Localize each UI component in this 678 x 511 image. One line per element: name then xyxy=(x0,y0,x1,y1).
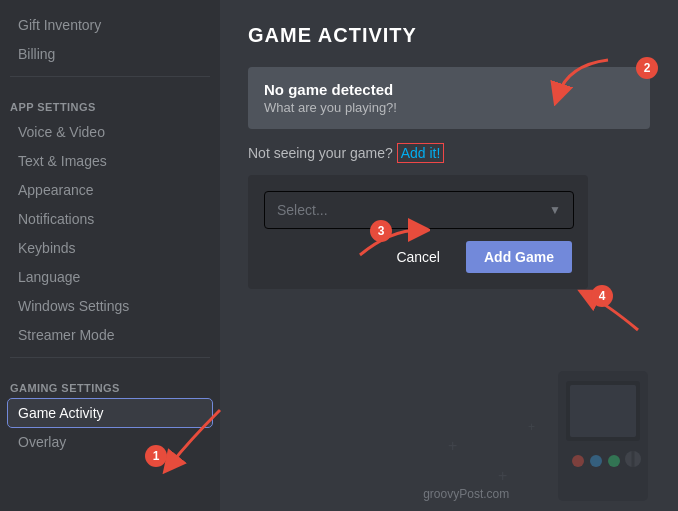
sidebar-item-text-images[interactable]: Text & Images xyxy=(8,147,212,175)
badge-4: 4 xyxy=(591,285,613,307)
svg-point-5 xyxy=(608,455,620,467)
sidebar-item-keybinds[interactable]: Keybinds xyxy=(8,234,212,262)
sidebar-item-label: Text & Images xyxy=(18,153,107,169)
sidebar-item-label: Notifications xyxy=(18,211,94,227)
sidebar-item-appearance[interactable]: Appearance xyxy=(8,176,212,204)
sidebar-item-label: Appearance xyxy=(18,182,94,198)
no-game-sub: What are you playing?! xyxy=(264,100,634,115)
select-placeholder: Select... xyxy=(277,202,328,218)
gaming-settings-label: GAMING SETTINGS xyxy=(0,366,220,398)
badge-3: 3 xyxy=(370,220,392,242)
add-it-link[interactable]: Add it! xyxy=(397,143,445,163)
badge-2: 2 xyxy=(636,57,658,79)
dialog-area: Select... ▼ Cancel Add Game xyxy=(248,175,588,289)
sidebar-item-language[interactable]: Language xyxy=(8,263,212,291)
sidebar: Gift Inventory Billing APP SETTINGS Voic… xyxy=(0,0,220,511)
main-content: GAME ACTIVITY No game detected What are … xyxy=(220,0,678,511)
game-select[interactable]: Select... ▼ xyxy=(264,191,574,229)
cancel-button[interactable]: Cancel xyxy=(380,241,456,273)
select-container: Select... ▼ xyxy=(264,191,574,229)
sidebar-item-game-activity[interactable]: Game Activity xyxy=(8,399,212,427)
sidebar-item-label: Keybinds xyxy=(18,240,76,256)
sidebar-item-label: Voice & Video xyxy=(18,124,105,140)
sidebar-item-voice-video[interactable]: Voice & Video xyxy=(8,118,212,146)
svg-rect-2 xyxy=(570,385,636,437)
sidebar-item-label: Game Activity xyxy=(18,405,104,421)
sidebar-item-label: Overlay xyxy=(18,434,66,450)
no-game-banner: No game detected What are you playing?! … xyxy=(248,67,650,129)
sidebar-item-label: Language xyxy=(18,269,80,285)
watermark: groovyPost.com xyxy=(423,487,509,501)
svg-point-4 xyxy=(590,455,602,467)
badge-1: 1 xyxy=(145,445,167,467)
svg-point-3 xyxy=(572,455,584,467)
no-game-title: No game detected xyxy=(264,81,634,98)
svg-text:+: + xyxy=(528,420,535,434)
dialog-buttons: Cancel Add Game xyxy=(264,241,572,273)
svg-text:+: + xyxy=(498,467,507,484)
sidebar-item-billing[interactable]: Billing xyxy=(8,40,212,68)
sidebar-item-gift-inventory[interactable]: Gift Inventory xyxy=(8,11,212,39)
sidebar-item-label: Streamer Mode xyxy=(18,327,114,343)
sidebar-item-label: Windows Settings xyxy=(18,298,129,314)
sidebar-item-label: Gift Inventory xyxy=(18,17,101,33)
sidebar-divider xyxy=(10,76,210,77)
sidebar-item-label: Billing xyxy=(18,46,55,62)
sidebar-item-streamer-mode[interactable]: Streamer Mode xyxy=(8,321,212,349)
not-seeing-text: Not seeing your game? xyxy=(248,145,393,161)
page-title: GAME ACTIVITY xyxy=(248,24,650,47)
sidebar-item-overlay[interactable]: Overlay xyxy=(8,428,212,456)
bg-illustration: + + + xyxy=(418,311,678,511)
svg-text:+: + xyxy=(448,437,457,454)
add-it-row: Not seeing your game? Add it! xyxy=(248,145,650,161)
app-settings-label: APP SETTINGS xyxy=(0,85,220,117)
add-game-button[interactable]: Add Game xyxy=(466,241,572,273)
sidebar-item-windows-settings[interactable]: Windows Settings xyxy=(8,292,212,320)
sidebar-item-notifications[interactable]: Notifications xyxy=(8,205,212,233)
sidebar-divider-2 xyxy=(10,357,210,358)
chevron-down-icon: ▼ xyxy=(549,203,561,217)
